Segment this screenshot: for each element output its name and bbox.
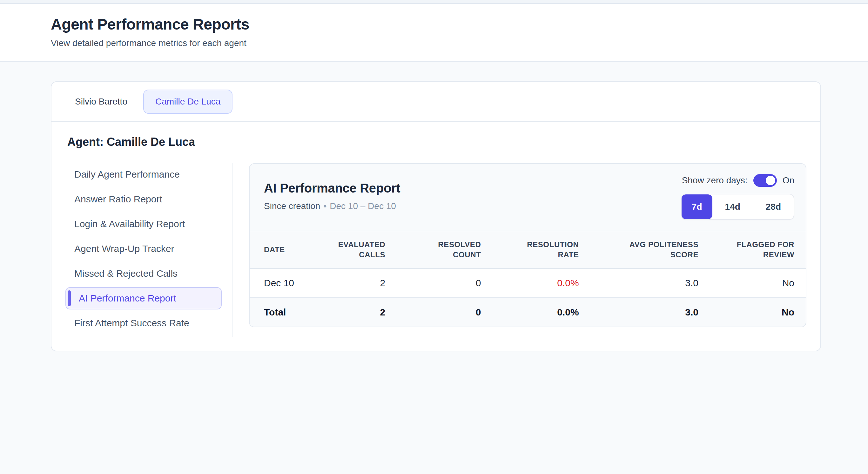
page-subtitle: View detailed performance metrics for ea… [51, 38, 817, 48]
selected-indicator-bar [68, 290, 71, 306]
show-zero-days-state: On [782, 175, 794, 185]
column-header-date: DATE [250, 231, 326, 269]
column-header-resolved-count: RESOLVED COUNT [385, 231, 481, 269]
cell-flagged-for-review: No [699, 268, 806, 298]
range-separator: • [323, 201, 327, 211]
main-content: Silvio Baretto Camille De Luca Agent: Ca… [0, 62, 868, 351]
cell-avg-politeness-score: 3.0 [579, 268, 699, 298]
report-title: AI Performance Report [264, 181, 400, 196]
range-value: Dec 10 – Dec 10 [330, 201, 396, 211]
table-row: Dec 10 2 0 0.0% 3.0 No [250, 268, 806, 298]
total-resolution-rate: 0.0% [481, 298, 579, 327]
show-zero-days-row: Show zero days: On [682, 174, 794, 187]
column-header-evaluated-calls: EVALUATED CALLS [326, 231, 385, 269]
nav-item-first-attempt-success-rate[interactable]: First Attempt Success Rate [65, 312, 222, 334]
nav-item-daily-agent-performance[interactable]: Daily Agent Performance [65, 163, 222, 185]
performance-table: DATE EVALUATED CALLS RESOLVED COUNT RESO… [250, 231, 806, 327]
period-button-14d[interactable]: 14d [712, 195, 753, 219]
column-header-flagged-for-review: FLAGGED FOR REVIEW [699, 231, 806, 269]
agent-heading: Agent: Camille De Luca [67, 135, 806, 149]
report-title-block: AI Performance Report Since creation•Dec… [264, 181, 400, 220]
total-resolved-count: 0 [385, 298, 481, 327]
card-body: Agent: Camille De Luca Daily Agent Perfo… [52, 122, 820, 351]
agent-tabs: Silvio Baretto Camille De Luca [52, 82, 820, 122]
show-zero-days-toggle[interactable] [753, 174, 777, 187]
page-title: Agent Performance Reports [51, 15, 817, 34]
cell-evaluated-calls: 2 [326, 268, 385, 298]
cell-date: Dec 10 [250, 268, 326, 298]
period-button-28d[interactable]: 28d [753, 195, 794, 219]
nav-item-login-availability-report[interactable]: Login & Availability Report [65, 213, 222, 235]
nav-item-missed-rejected-calls[interactable]: Missed & Rejected Calls [65, 262, 222, 285]
period-button-7d[interactable]: 7d [682, 195, 712, 219]
report-panel: AI Performance Report Since creation•Dec… [249, 163, 806, 328]
column-header-resolution-rate: RESOLUTION RATE [481, 231, 579, 269]
nav-item-answer-ratio-report[interactable]: Answer Ratio Report [65, 188, 222, 210]
total-evaluated-calls: 2 [326, 298, 385, 327]
cell-resolved-count: 0 [385, 268, 481, 298]
show-zero-days-label: Show zero days: [682, 175, 748, 185]
table-total-row: Total 2 0 0.0% 3.0 No [250, 298, 806, 327]
agent-reports-card: Silvio Baretto Camille De Luca Agent: Ca… [51, 81, 821, 351]
table-header-row: DATE EVALUATED CALLS RESOLVED COUNT RESO… [250, 231, 806, 269]
content-row: Daily Agent Performance Answer Ratio Rep… [65, 163, 806, 337]
tab-silvio-baretto[interactable]: Silvio Baretto [65, 90, 137, 114]
report-controls: Show zero days: On 7d 14d 28d [681, 172, 794, 220]
total-label: Total [250, 298, 326, 327]
report-panel-header: AI Performance Report Since creation•Dec… [250, 164, 806, 231]
total-avg-politeness-score: 3.0 [579, 298, 699, 327]
nav-item-label: AI Performance Report [79, 293, 176, 304]
vertical-divider [232, 163, 232, 337]
toggle-knob [766, 176, 775, 185]
top-strip [0, 0, 868, 4]
column-header-avg-politeness-score: AVG POLITENESS SCORE [579, 231, 699, 269]
range-label: Since creation [264, 201, 320, 211]
nav-item-ai-performance-report[interactable]: AI Performance Report [65, 287, 222, 309]
page-header: Agent Performance Reports View detailed … [0, 4, 868, 62]
nav-item-agent-wrap-up-tracker[interactable]: Agent Wrap-Up Tracker [65, 238, 222, 260]
cell-resolution-rate: 0.0% [481, 268, 579, 298]
report-date-range: Since creation•Dec 10 – Dec 10 [264, 201, 400, 211]
tab-camille-de-luca[interactable]: Camille De Luca [143, 90, 232, 114]
total-flagged-for-review: No [699, 298, 806, 327]
period-selector: 7d 14d 28d [681, 194, 794, 220]
report-nav: Daily Agent Performance Answer Ratio Rep… [65, 163, 222, 337]
